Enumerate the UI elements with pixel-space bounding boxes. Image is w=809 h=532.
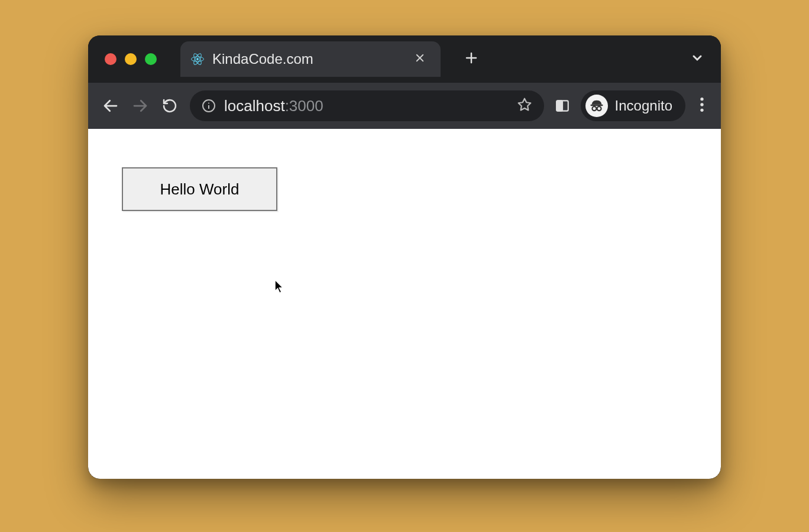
react-icon: [191, 53, 204, 66]
back-button[interactable]: [101, 96, 120, 115]
browser-tab[interactable]: KindaCode.com: [180, 41, 441, 77]
tab-title: KindaCode.com: [212, 51, 404, 67]
svg-point-13: [700, 103, 703, 106]
reload-button[interactable]: [160, 96, 179, 115]
incognito-label: Incognito: [615, 98, 672, 114]
mouse-cursor-icon: [274, 280, 285, 295]
page-viewport: Hello World: [88, 129, 721, 479]
close-window-button[interactable]: [105, 53, 117, 65]
url-host: localhost: [224, 97, 285, 115]
incognito-indicator[interactable]: Incognito: [581, 90, 685, 121]
browser-toolbar: localhost:3000 Incognito: [88, 83, 721, 129]
new-tab-button[interactable]: [458, 46, 484, 73]
incognito-icon: [585, 95, 608, 117]
svg-point-0: [196, 58, 199, 60]
tab-strip: KindaCode.com: [88, 35, 721, 83]
hello-world-button[interactable]: Hello World: [122, 167, 277, 211]
svg-rect-9: [590, 105, 603, 106]
forward-button: [131, 96, 150, 115]
tabs-dropdown-button[interactable]: [687, 47, 708, 71]
svg-point-12: [700, 98, 703, 100]
site-info-icon[interactable]: [202, 99, 216, 113]
svg-point-11: [597, 106, 601, 111]
window-controls: [101, 53, 157, 65]
svg-point-10: [592, 106, 596, 111]
browser-menu-button[interactable]: [696, 94, 708, 118]
svg-point-14: [700, 109, 703, 112]
url-text: localhost:3000: [224, 97, 509, 115]
svg-point-6: [208, 103, 209, 104]
side-panel-icon[interactable]: [555, 98, 570, 113]
address-bar[interactable]: localhost:3000: [190, 90, 544, 121]
minimize-window-button[interactable]: [125, 53, 137, 65]
browser-window: KindaCode.com: [88, 35, 721, 479]
close-tab-button[interactable]: [412, 49, 428, 69]
bookmark-star-icon[interactable]: [517, 97, 532, 115]
url-port: :3000: [285, 97, 323, 115]
svg-rect-8: [556, 100, 562, 111]
maximize-window-button[interactable]: [145, 53, 157, 65]
